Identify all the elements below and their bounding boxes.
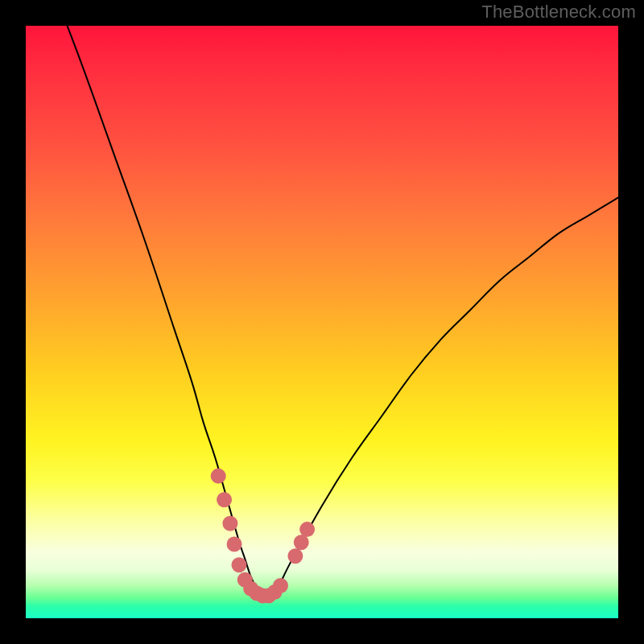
curve-layer bbox=[26, 26, 618, 618]
curve-marker bbox=[299, 522, 315, 537]
curve-marker bbox=[227, 537, 242, 552]
curve-marker bbox=[294, 535, 309, 550]
watermark-text: TheBottleneck.com bbox=[481, 3, 636, 21]
curve-markers bbox=[211, 469, 315, 604]
chart-frame: TheBottleneck.com bbox=[0, 0, 644, 644]
curve-marker bbox=[287, 548, 303, 564]
bottleneck-curve bbox=[68, 26, 618, 597]
curve-marker bbox=[222, 516, 237, 531]
curve-marker bbox=[231, 557, 246, 572]
plot-area bbox=[26, 26, 618, 618]
curve-marker bbox=[211, 469, 226, 484]
curve-marker bbox=[217, 492, 232, 507]
curve-marker bbox=[273, 578, 288, 593]
